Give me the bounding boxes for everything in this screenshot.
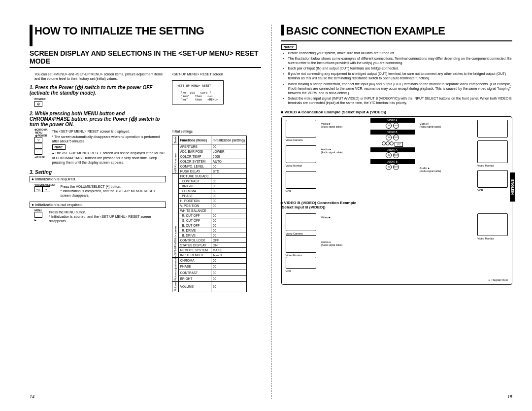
- left-subtitle: SCREEN DISPLAY AND SELECTIONS IN THE <SE…: [30, 49, 261, 65]
- section-a-header: ■ VIDEO A Connection Example (Select Inp…: [281, 110, 513, 114]
- power-button-icon: [34, 149, 42, 155]
- note-item: Each pair of input (IN) and output (OUT)…: [288, 66, 513, 70]
- step-2: 2. While pressing both MENU button and C…: [30, 111, 166, 127]
- note-item: Select the video input signal (INPUT A(V…: [288, 96, 513, 105]
- page-num-right: 15: [507, 394, 512, 399]
- note-label: Note:: [52, 144, 66, 150]
- reset-screen-header: <SET-UP MENU> RESET screen: [172, 72, 261, 76]
- note-item: If you're not connecting any equipment t…: [288, 71, 513, 80]
- video-camera-icon: [286, 120, 316, 137]
- left-title: HOW TO INITIALIZE THE SETTING: [30, 25, 261, 46]
- menu-icon: [34, 212, 42, 218]
- notes-label: Notes:: [281, 44, 297, 50]
- note-item: The illustration below shows some exampl…: [288, 56, 513, 65]
- video-monitor-icon: [286, 145, 316, 163]
- vol-plus-icon: +: [42, 186, 50, 192]
- notes-list: Before connecting your system, make sure…: [281, 51, 513, 105]
- connection-diagram: Video Camera Video Monitor VCR Video ▸(V…: [281, 116, 513, 285]
- power-label: POWER: [34, 98, 46, 101]
- table-header: Initial settings: [172, 129, 261, 134]
- menu-button-icon: [34, 143, 42, 149]
- note-item: When making a bridge connection, connect…: [288, 82, 513, 95]
- initial-settings-table: SortsFunctions (Items)Initialization (se…: [172, 136, 247, 292]
- page-num-left: 14: [30, 394, 34, 399]
- init-required: ● Initialization is required.: [30, 176, 166, 182]
- reset-screen-dump: <SET-UP MENU> RESET Are you sure ? "Yes"…: [172, 80, 224, 104]
- power-icon: ⏻: [34, 101, 42, 107]
- chroma-button-icon: ▽: [34, 137, 42, 143]
- section-b-header: ■ VIDEO B (VIDEO) Connection Example (Se…: [281, 201, 369, 209]
- language-tab: ENGLISH: [510, 172, 515, 202]
- right-title: BASIC CONNECTION EXAMPLE: [281, 25, 513, 37]
- vol-minus-icon: −△: [34, 186, 42, 192]
- step-3: 3. Setting: [30, 170, 166, 175]
- vcr-icon: [286, 171, 316, 189]
- init-not-required: ● Initialization is not required.: [30, 202, 166, 208]
- intro-text: You can set <MENU> and <SET-UP MENU> scr…: [30, 72, 166, 81]
- step-1: 1. Press the Power (⏻) switch to turn th…: [30, 85, 166, 96]
- note-item: Before connecting your system, make sure…: [288, 51, 513, 55]
